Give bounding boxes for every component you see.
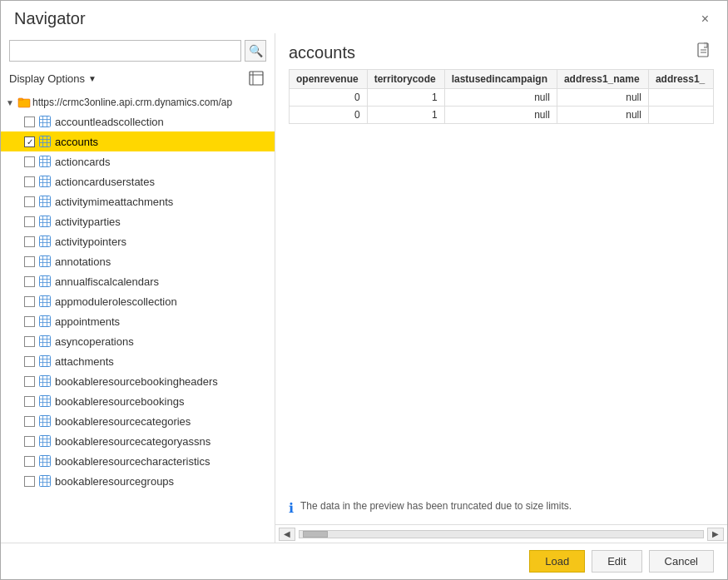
table-header-row: openrevenueterritorycodelastusedincampai… [290, 70, 714, 89]
table-cell-r1-c0: 0 [290, 107, 368, 124]
table-icon-asyncoperations [38, 335, 52, 348]
tree-item-bookableresourcecharacteristics[interactable]: bookableresourcecharacteristics [1, 451, 275, 471]
col-header-address1_name: address1_name [557, 70, 648, 89]
tree-item-activityparties[interactable]: activityparties [1, 211, 275, 231]
col-header-territorycode: territorycode [367, 70, 444, 89]
checkbox-activitypointers[interactable] [24, 236, 35, 247]
display-options-button[interactable]: Display Options ▼ [9, 72, 97, 85]
checkbox-activityparties[interactable] [24, 216, 35, 227]
table-cell-r1-c4 [648, 107, 713, 124]
table-icon-bookableresourcebookingheaders [38, 374, 52, 388]
tree-item-annotations[interactable]: annotations [1, 251, 275, 271]
table-icon-bookableresourcecategoryassns [38, 434, 52, 448]
table-icon-actioncards [38, 155, 52, 168]
preview-export-icon[interactable] [696, 42, 714, 64]
collapse-arrow-icon: ▼ [4, 97, 16, 108]
info-text: The data in the preview has been truncat… [300, 500, 572, 512]
checkbox-bookableresourcecategories[interactable] [24, 416, 35, 427]
info-icon: ℹ [289, 500, 294, 516]
nav-refresh-button[interactable] [246, 68, 266, 88]
search-icon: 🔍 [249, 44, 263, 57]
checkbox-bookableresourcecharacteristics[interactable] [24, 456, 35, 467]
tree-item-label-appointments: appointments [55, 315, 120, 328]
tree-item-bookableresourcecategoryassns[interactable]: bookableresourcecategoryassns [1, 431, 275, 451]
table-icon-activitypointers [38, 235, 52, 248]
table-cell-r0-c3: null [557, 89, 648, 107]
table-icon-activitymimeattachments [38, 195, 52, 208]
svg-rect-29 [40, 216, 51, 227]
table-cell-r0-c2: null [444, 89, 557, 107]
tree-item-activitypointers[interactable]: activitypointers [1, 231, 275, 251]
table-icon-attachments [38, 354, 52, 368]
tree-item-bookableresourcecategories[interactable]: bookableresourcecategories [1, 411, 275, 431]
info-message: ℹ The data in the preview has been trunc… [275, 492, 727, 524]
display-options-bar: Display Options ▼ [1, 67, 275, 93]
tree-item-appointments[interactable]: appointments [1, 311, 275, 331]
scroll-track[interactable] [299, 530, 704, 538]
table-cell-r0-c4 [648, 89, 713, 107]
edit-button[interactable]: Edit [592, 550, 641, 573]
tree-item-bookableresourcegroups[interactable]: bookableresourcegroups [1, 471, 275, 491]
scroll-left-button[interactable]: ◀ [279, 528, 295, 541]
search-input[interactable] [9, 40, 241, 62]
tree-item-label-bookableresourcegroups: bookableresourcegroups [55, 475, 174, 488]
root-label: https://crmc3online.api.crm.dynamics.com… [32, 97, 232, 108]
dialog-body: 🔍 Display Options ▼ [1, 33, 727, 543]
preview-title: accounts [289, 43, 355, 62]
tree-item-asyncoperations[interactable]: asyncoperations [1, 331, 275, 351]
checkbox-bookableresourcebookings[interactable] [24, 396, 35, 407]
scroll-right-button[interactable]: ▶ [707, 528, 724, 541]
table-icon-accountleadscollection [38, 115, 52, 128]
table-cell-r0-c0: 0 [290, 89, 368, 107]
svg-rect-89 [40, 456, 51, 467]
close-button[interactable]: × [696, 10, 714, 28]
checkbox-bookableresourcebookingheaders[interactable] [24, 376, 35, 387]
tree-item-label-bookableresourcecharacteristics: bookableresourcecharacteristics [55, 455, 210, 468]
tree-item-accountleadscollection[interactable]: accountleadscollection [1, 112, 275, 131]
svg-rect-49 [40, 296, 51, 307]
svg-rect-19 [40, 176, 51, 187]
checkbox-actioncards[interactable] [24, 156, 35, 167]
checkbox-bookableresourcecategoryassns[interactable] [24, 436, 35, 447]
tree-item-accounts[interactable]: accounts [1, 131, 275, 151]
checkbox-accountleadscollection[interactable] [24, 116, 35, 127]
checkbox-accounts[interactable] [24, 136, 35, 147]
checkbox-asyncoperations[interactable] [24, 336, 35, 347]
load-button[interactable]: Load [529, 550, 585, 573]
tree-item-label-bookableresourcecategoryassns: bookableresourcecategoryassns [55, 435, 210, 448]
horizontal-scrollbar[interactable]: ◀ ▶ [275, 524, 727, 543]
svg-rect-94 [40, 476, 51, 487]
checkbox-attachments[interactable] [24, 356, 35, 367]
tree-container[interactable]: ▼ https://crmc3online.api.crm.dynamics.c… [1, 93, 275, 543]
tree-item-label-accountleadscollection: accountleadscollection [55, 116, 164, 128]
scroll-thumb[interactable] [303, 531, 328, 538]
checkbox-actioncarduserstates[interactable] [24, 176, 35, 187]
tree-item-appmodulerolescollection[interactable]: appmodulerolescollection [1, 291, 275, 311]
tree-root-item[interactable]: ▼ https://crmc3online.api.crm.dynamics.c… [1, 93, 275, 112]
tree-item-actioncards[interactable]: actioncards [1, 151, 275, 171]
svg-rect-69 [40, 376, 51, 387]
nav-icon [249, 71, 264, 86]
cancel-button[interactable]: Cancel [649, 550, 714, 573]
tree-item-actioncarduserstates[interactable]: actioncarduserstates [1, 171, 275, 191]
checkbox-annotations[interactable] [24, 256, 35, 267]
checkbox-activitymimeattachments[interactable] [24, 196, 35, 207]
svg-rect-34 [40, 236, 51, 247]
table-icon-activityparties [38, 215, 52, 228]
tree-item-label-bookableresourcecategories: bookableresourcecategories [55, 415, 191, 428]
checkbox-appmodulerolescollection[interactable] [24, 296, 35, 307]
dialog-footer: Load Edit Cancel [1, 543, 727, 579]
titlebar: Navigator × [1, 1, 727, 33]
checkbox-annualfiscalcalendars[interactable] [24, 276, 35, 287]
tree-item-attachments[interactable]: attachments [1, 351, 275, 371]
checkbox-bookableresourcegroups[interactable] [24, 476, 35, 487]
data-table-container[interactable]: openrevenueterritorycodelastusedincampai… [275, 69, 727, 492]
checkbox-appointments[interactable] [24, 316, 35, 327]
tree-item-activitymimeattachments[interactable]: activitymimeattachments [1, 191, 275, 211]
tree-item-bookableresourcebookingheaders[interactable]: bookableresourcebookingheaders [1, 371, 275, 391]
search-icon-button[interactable]: 🔍 [245, 40, 266, 62]
left-panel: 🔍 Display Options ▼ [1, 33, 275, 543]
tree-item-annualfiscalcalendars[interactable]: annualfiscalcalendars [1, 271, 275, 291]
tree-item-bookableresourcebookings[interactable]: bookableresourcebookings [1, 391, 275, 411]
svg-rect-39 [40, 256, 51, 267]
